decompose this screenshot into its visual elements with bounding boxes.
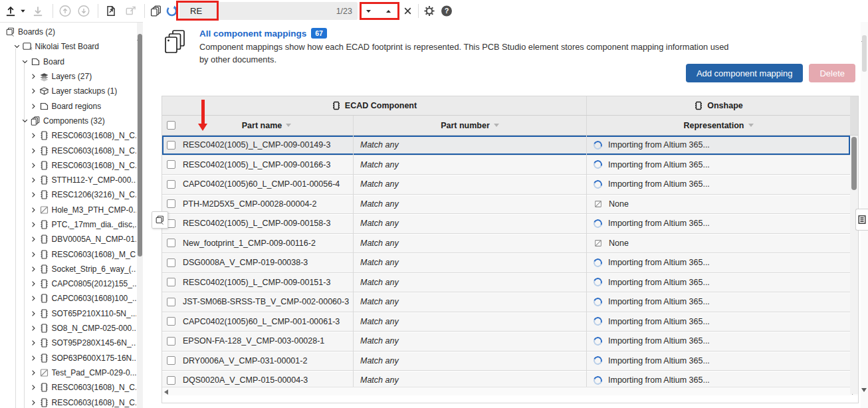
chevron-right-icon[interactable]: [29, 294, 38, 302]
chevron-right-icon[interactable]: [29, 339, 38, 347]
part-number-column-header[interactable]: Part number: [353, 116, 586, 135]
tree-item[interactable]: CAPC0603(1608)100_...: [0, 291, 136, 306]
row-checkbox[interactable]: [167, 258, 175, 267]
settings-gear-icon[interactable]: [423, 5, 435, 17]
table-row[interactable]: RESC0402(1005)_L_CMP-009-00151-3 Match a…: [162, 273, 850, 293]
row-checkbox[interactable]: [167, 278, 175, 286]
upload-icon[interactable]: [4, 5, 17, 17]
table-row[interactable]: CAPC0402(1005)60_L_CMP-001-00061-3 Match…: [162, 312, 850, 332]
row-checkbox[interactable]: [167, 160, 175, 169]
tree-item[interactable]: RESC0603(1608)_N_C...: [0, 380, 136, 395]
tree-item[interactable]: RESC0603(1608)_N_C...: [0, 128, 136, 143]
tree-item[interactable]: SOT65P210X110-5N_...: [0, 306, 136, 321]
chevron-right-icon[interactable]: [29, 72, 38, 80]
sidebar-scrollbar[interactable]: [137, 23, 143, 408]
help-icon[interactable]: ?: [441, 5, 453, 17]
table-vertical-scrollbar[interactable]: [850, 96, 858, 403]
scrollbar-track[interactable]: [850, 136, 858, 394]
part-name-column-header[interactable]: Part name: [180, 116, 353, 135]
tree-item[interactable]: Layer stackups (1): [0, 84, 136, 98]
table-scrollbar-thumb[interactable]: [851, 137, 857, 190]
chevron-right-icon[interactable]: [29, 369, 38, 377]
find-previous-icon[interactable]: [384, 7, 393, 15]
row-checkbox[interactable]: [167, 180, 175, 189]
chevron-right-icon[interactable]: [29, 235, 38, 243]
components-icon[interactable]: [149, 5, 163, 17]
table-row[interactable]: JST-SM06B-SRSS-TB_V_CMP-002-00060-3 Matc…: [162, 292, 850, 312]
tree-item[interactable]: RESC0603(1608)_M_C...: [0, 247, 136, 261]
chevron-right-icon[interactable]: [29, 191, 38, 199]
sort-caret-icon[interactable]: [748, 124, 754, 127]
tree-item[interactable]: SOT95P280X145-6N_...: [0, 336, 136, 350]
chevron-right-icon[interactable]: [29, 383, 38, 391]
row-checkbox[interactable]: [167, 376, 175, 385]
chevron-right-icon[interactable]: [29, 87, 38, 95]
tree-item[interactable]: STTH112-Y_CMP-000...: [0, 173, 136, 187]
upload-menu-caret-icon[interactable]: [19, 7, 27, 15]
chevron-right-icon[interactable]: [29, 221, 38, 229]
sort-caret-icon[interactable]: [286, 124, 291, 127]
table-row[interactable]: RESC0402(1005)_L_CMP-009-00158-3 Match a…: [162, 214, 850, 234]
chevron-right-icon[interactable]: [29, 324, 38, 332]
tree-item[interactable]: Components (32): [0, 114, 136, 128]
table-horizontal-scrollbar[interactable]: [162, 387, 858, 395]
table-row[interactable]: RESC0402(1005)_L_CMP-009-00149-3 Match a…: [162, 136, 850, 155]
scroll-left-arrow-icon[interactable]: [164, 389, 168, 395]
chevron-down-icon[interactable]: [21, 117, 29, 125]
row-checkbox[interactable]: [167, 141, 175, 150]
table-row[interactable]: CAPC0402(1005)60_L_CMP-001-00056-4 Match…: [162, 175, 850, 195]
tree-item[interactable]: SO8_N_CMP-025-000...: [0, 321, 136, 336]
tree-item[interactable]: Boards (2): [0, 25, 136, 39]
row-checkbox[interactable]: [167, 356, 175, 365]
tree-item[interactable]: CAPC0805(2012)155_...: [0, 276, 136, 291]
tree-item[interactable]: Test_Pad_CMP-029-0...: [0, 365, 136, 380]
chevron-right-icon[interactable]: [29, 206, 38, 214]
paste-icon[interactable]: [104, 5, 118, 17]
row-checkbox[interactable]: [167, 317, 175, 326]
table-row[interactable]: New_footprint_1_CMP-009-00116-2 Match an…: [162, 234, 850, 254]
tree-item[interactable]: RESC1206(3216)_N_C...: [0, 187, 136, 202]
delete-button[interactable]: Delete: [809, 64, 855, 82]
chevron-right-icon[interactable]: [29, 280, 38, 288]
chevron-right-icon[interactable]: [29, 176, 38, 184]
row-checkbox[interactable]: [167, 298, 175, 306]
table-row[interactable]: DSG0008A_V_CMP-019-00038-3 Match any Imp…: [162, 253, 850, 273]
tree-item[interactable]: PTC,_17mm_dia._disc,...: [0, 217, 136, 232]
row-checkbox[interactable]: [167, 337, 175, 346]
chevron-right-icon[interactable]: [29, 161, 38, 169]
sidebar-scrollbar-thumb[interactable]: [138, 34, 142, 256]
properties-panel-tab[interactable]: [855, 209, 868, 231]
main-scrollbar-thumb[interactable]: [862, 35, 867, 72]
boards-panel-tab[interactable]: [152, 211, 168, 229]
chevron-right-icon[interactable]: [29, 310, 38, 318]
row-checkbox[interactable]: [167, 199, 175, 208]
chevron-down-icon[interactable]: [21, 58, 29, 66]
chevron-right-icon[interactable]: [29, 102, 38, 110]
sort-caret-icon[interactable]: [494, 124, 499, 127]
scroll-down-arrow-icon[interactable]: [861, 392, 867, 404]
tree-item[interactable]: Layers (27): [0, 69, 136, 84]
table-row[interactable]: EPSON-FA-128_V_CMP-003-00028-1 Match any…: [162, 332, 850, 352]
table-row[interactable]: PTH-M2D5X5_CMP-00028-00004-2 Match any N…: [162, 195, 850, 215]
representation-column-header[interactable]: Representation: [586, 116, 850, 135]
row-checkbox[interactable]: [167, 239, 175, 247]
tree-item[interactable]: DBV0005A_N_CMP-01...: [0, 232, 136, 247]
tree-item[interactable]: Nikolai Test Board: [0, 39, 136, 54]
tree-item[interactable]: Hole_M3_PTH_CMP-0...: [0, 203, 136, 217]
tree-item[interactable]: SOP63P600X175-16N...: [0, 351, 136, 365]
add-component-mapping-button[interactable]: Add component mapping: [686, 64, 804, 82]
close-icon[interactable]: [403, 6, 413, 16]
chevron-right-icon[interactable]: [29, 265, 38, 273]
chevron-down-icon[interactable]: [13, 43, 21, 51]
chevron-right-icon[interactable]: [29, 354, 38, 362]
tree-item[interactable]: RESC0603(1608)_N_C...: [0, 395, 136, 408]
search-input[interactable]: [179, 6, 306, 16]
tree-item[interactable]: Socket_Strip_6_way_(...: [0, 262, 136, 276]
chevron-right-icon[interactable]: [29, 251, 38, 258]
chevron-right-icon[interactable]: [29, 132, 38, 140]
page-title[interactable]: All component mappings: [199, 29, 306, 39]
chevron-right-icon[interactable]: [29, 147, 38, 155]
tree-item[interactable]: Board: [0, 54, 136, 69]
chevron-right-icon[interactable]: [29, 399, 38, 407]
tree-item[interactable]: Board regions: [0, 98, 136, 113]
